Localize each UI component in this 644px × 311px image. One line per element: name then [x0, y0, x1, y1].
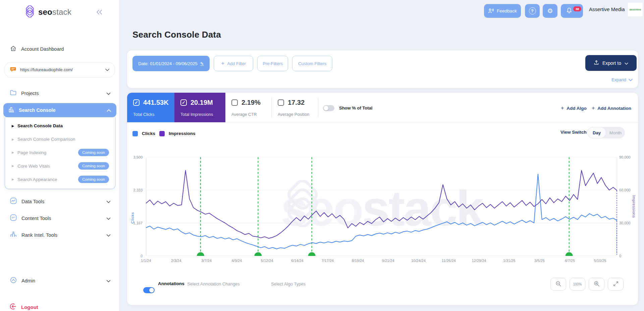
y-tick-label: 3,500	[133, 155, 143, 159]
zoom-out-icon	[555, 281, 561, 287]
date-range-button[interactable]: Date: 01/01/2024 - 09/06/2025 ✎	[132, 56, 210, 71]
x-tick-label: 8/19/24	[346, 259, 370, 263]
coming-soon-badge: Coming soon	[78, 176, 109, 183]
zoom-level-label: 100%	[573, 282, 582, 286]
submenu-item-page-indexing[interactable]: ▶ Page Indexing Coming soon	[12, 149, 109, 156]
collapse-sidebar-icon[interactable]	[96, 9, 103, 16]
add-filter-button[interactable]: + Add Filter	[214, 56, 253, 71]
submenu-item-search-appearance[interactable]: ▶ Search Appearance Coming soon	[12, 176, 109, 183]
chart-panel: 441.53K Total Clicks 20.19M Total Impres…	[127, 93, 638, 305]
checkbox-icon[interactable]	[133, 99, 140, 106]
y-axis-left-ticks: 01,1672,3333,500	[124, 157, 144, 256]
app-logo: seostack	[24, 5, 71, 19]
export-button[interactable]: Export to	[585, 55, 637, 71]
metric-label: Average CTR	[231, 112, 257, 117]
submenu-label: Search Appearance	[17, 177, 57, 182]
x-tick-label: 2/3/24	[164, 259, 188, 263]
chevron-down-icon	[106, 199, 111, 204]
zoom-in-button[interactable]	[589, 278, 604, 291]
page-title: Search Console Data	[132, 30, 221, 40]
help-icon: ?	[529, 7, 536, 14]
settings-button[interactable]: ⚙	[543, 4, 557, 18]
select-annotation-changes[interactable]: Select Annotation Changes	[187, 281, 240, 286]
checkbox-icon[interactable]	[180, 99, 187, 106]
help-button[interactable]: ?	[525, 4, 540, 18]
zoom-out-button[interactable]	[550, 278, 566, 291]
plus-icon: +	[592, 105, 595, 111]
line-chart-icon	[10, 197, 17, 205]
edit-pencil-icon: ✎	[200, 61, 204, 66]
podium-icon	[10, 231, 17, 239]
expand-link[interactable]: Expand	[611, 77, 633, 82]
submenu-label: Search Console Comparison	[17, 137, 75, 142]
plus-icon: +	[561, 105, 564, 111]
checkbox-icon[interactable]	[278, 99, 284, 106]
sidebar: seostack Account Dashboard	[0, 0, 119, 311]
submenu-item-search-console-comparison[interactable]: ▶ Search Console Comparison	[12, 137, 109, 142]
coming-soon-badge: Coming soon	[78, 149, 109, 156]
feedback-icon	[488, 8, 494, 14]
metric-tab-average-ctr[interactable]: 2.19% Average CTR	[225, 93, 272, 122]
x-axis-ticks: 1/1/242/3/243/7/244/9/245/12/246/14/247/…	[146, 259, 617, 265]
sidebar-item-projects[interactable]: Projects	[10, 90, 111, 96]
gear-icon: ⚙	[547, 7, 553, 15]
add-annotation-button[interactable]: + Add Annotation	[592, 105, 631, 111]
zoom-level-button[interactable]: 100%	[570, 278, 585, 291]
site-url: https://futureaudiophile.com/	[20, 68, 73, 72]
x-tick-label: 3/7/24	[195, 259, 218, 263]
x-tick-label: 3/5/25	[528, 259, 551, 263]
select-algo-types[interactable]: Select Algo Types	[271, 281, 306, 286]
add-annotation-label: Add Annotation	[597, 106, 631, 111]
chevron-down-icon	[625, 60, 628, 66]
submenu-item-search-console-data[interactable]: ▶ Search Console Data	[12, 123, 109, 128]
sidebar-item-search-console[interactable]: Search Console	[3, 103, 116, 117]
line-chart[interactable]: seostack 01,1672,3333,500 030,00060,0009…	[146, 157, 617, 256]
sidebar-item-admin[interactable]: Admin	[10, 277, 111, 284]
logout-button[interactable]: Logout	[10, 303, 111, 311]
annotations-toggle-label: Annotations	[158, 281, 184, 286]
sidebar-item-label: Content Tools	[21, 216, 51, 221]
submenu-label: Core Web Vitals	[17, 164, 50, 169]
sidebar-item-label: Data Tools	[21, 199, 44, 204]
custom-filters-button[interactable]: Custom Filters	[292, 56, 332, 71]
submenu-item-core-web-vitals[interactable]: ▶ Core Web Vitals Coming soon	[12, 162, 109, 170]
folder-icon	[10, 90, 16, 96]
metric-tab-total-clicks[interactable]: 441.53K Total Clicks	[127, 93, 174, 122]
view-switch-month[interactable]: Month	[606, 127, 625, 138]
site-selector[interactable]: https://futureaudiophile.com/	[4, 62, 115, 78]
x-tick-label: 1/1/24	[134, 259, 158, 263]
sidebar-item-label: Search Console	[19, 107, 56, 113]
content-icon	[10, 214, 17, 222]
view-switch-day[interactable]: Day	[587, 127, 606, 138]
add-algo-button[interactable]: + Add Algo	[561, 105, 587, 111]
metric-value: 20.19M	[191, 99, 213, 106]
metric-tab-average-position[interactable]: 17.32 Average Position	[272, 93, 318, 122]
metric-value: 17.32	[288, 99, 305, 106]
notifications-button[interactable]: 38	[561, 4, 583, 18]
pre-filters-button[interactable]: Pre-Filters	[257, 56, 288, 71]
metric-tab-total-impressions[interactable]: 20.19M Total Impressions	[174, 93, 225, 122]
play-icon: ▶	[12, 178, 14, 181]
checkbox-icon[interactable]	[231, 99, 238, 106]
x-tick-label: 11/26/24	[437, 259, 461, 263]
annotations-toggle[interactable]	[143, 287, 155, 293]
chevron-down-icon	[106, 232, 111, 238]
fullscreen-button[interactable]	[608, 278, 624, 291]
account-logo[interactable]: assertive	[628, 3, 643, 16]
feedback-button[interactable]: Feedback	[484, 4, 521, 18]
divider	[127, 122, 638, 123]
show-percent-toggle[interactable]	[323, 105, 334, 111]
chevron-down-icon	[106, 278, 111, 283]
chevron-up-icon	[107, 107, 111, 113]
divider	[318, 97, 318, 118]
sidebar-item-data-tools[interactable]: Data Tools	[10, 197, 111, 205]
legend-swatch-clicks	[132, 131, 138, 136]
fullscreen-icon	[613, 281, 619, 287]
account-name[interactable]: Assertive Media	[589, 6, 625, 12]
pre-filters-label: Pre-Filters	[263, 61, 283, 66]
x-tick-label: 6/14/24	[285, 259, 309, 263]
sidebar-item-content-tools[interactable]: Content Tools	[10, 214, 111, 222]
sidebar-item-rank-intel-tools[interactable]: Rank Intel. Tools	[10, 231, 111, 239]
x-tick-label: 5/12/24	[255, 259, 279, 263]
sidebar-item-account-dashboard[interactable]: Account Dashboard	[10, 45, 111, 53]
